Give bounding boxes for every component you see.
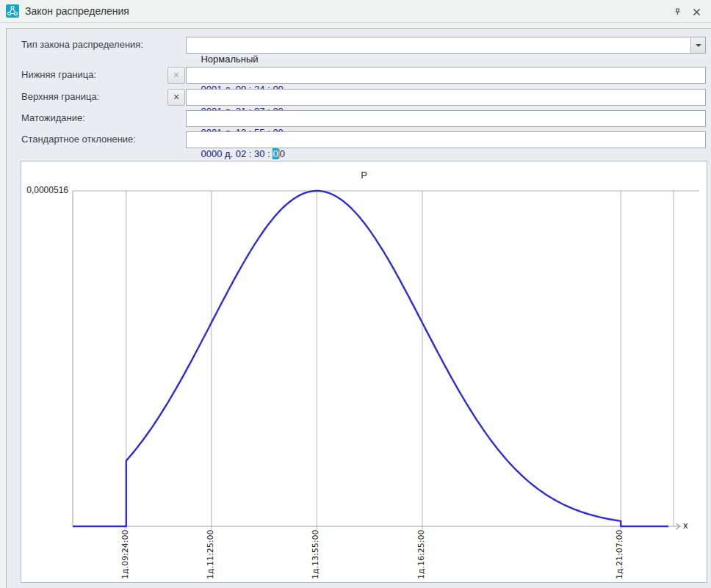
distribution-chart-panel: P 0,0000516 x 1д.09:24:001д.11:25:001д.1…	[21, 161, 707, 583]
expectation-label: Матожидание:	[21, 110, 85, 126]
pin-button[interactable]	[670, 5, 685, 18]
stddev-value-prefix: 0000 д. 02 : 30 :	[201, 148, 273, 159]
expectation-field[interactable]: 0001 д. 13 : 55 : 00	[186, 110, 706, 127]
x-tick-label: 1д.11:25:00	[206, 531, 217, 579]
app-icon	[6, 4, 19, 18]
x-axis-label: x	[683, 520, 688, 531]
x-tick-label: 1д.09:24:00	[120, 531, 131, 579]
upper-bound-clear-button[interactable]: ×	[167, 89, 185, 106]
stddev-label: Стандартное отклонение:	[21, 131, 136, 148]
upper-bound-field[interactable]: 0001 д. 21 : 07 : 00	[186, 89, 706, 106]
chevron-down-icon	[696, 44, 701, 47]
x-tick-label: 1д.13:55:00	[311, 531, 322, 579]
title-bar: Закон распределения	[0, 0, 711, 23]
close-button[interactable]	[689, 5, 704, 18]
type-of-law-label: Тип закона распределения:	[21, 37, 143, 53]
lower-bound-label: Нижняя граница:	[21, 67, 96, 83]
lower-bound-field[interactable]: 0001 д. 09 : 24 : 00	[186, 67, 706, 84]
stddev-field[interactable]: 0000 д. 02 : 30 : 00	[186, 131, 706, 148]
stddev-selected-char: 0	[273, 148, 278, 159]
distribution-curve	[73, 191, 668, 526]
law-type-combobox[interactable]: Нормальный	[186, 37, 706, 54]
distribution-law-panel: Тип закона распределения: Нормальный Ниж…	[6, 28, 711, 588]
pin-icon	[673, 7, 682, 17]
stddev-value-suffix: 0	[280, 148, 285, 159]
window-title: Закон распределения	[25, 0, 129, 22]
close-icon	[693, 8, 701, 16]
combobox-dropdown-button[interactable]	[690, 37, 705, 53]
x-tick-label: 1д.21:07:00	[615, 531, 626, 579]
lower-bound-clear-button[interactable]: ×	[167, 67, 185, 84]
law-type-value: Нормальный	[201, 54, 258, 65]
x-tick-label: 1д.16:25:00	[416, 531, 427, 579]
upper-bound-label: Верхняя граница:	[21, 89, 99, 105]
distribution-plot	[21, 161, 708, 584]
